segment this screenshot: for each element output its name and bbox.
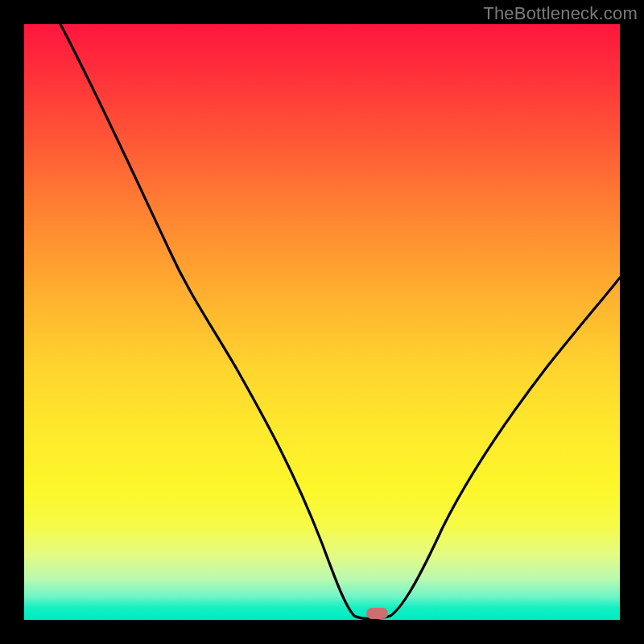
bottleneck-curve <box>24 24 620 620</box>
curve-path <box>60 24 620 619</box>
plot-area <box>24 24 620 620</box>
chart-frame: TheBottleneck.com <box>0 0 644 644</box>
optimum-marker <box>366 608 388 619</box>
watermark-text: TheBottleneck.com <box>483 3 638 24</box>
